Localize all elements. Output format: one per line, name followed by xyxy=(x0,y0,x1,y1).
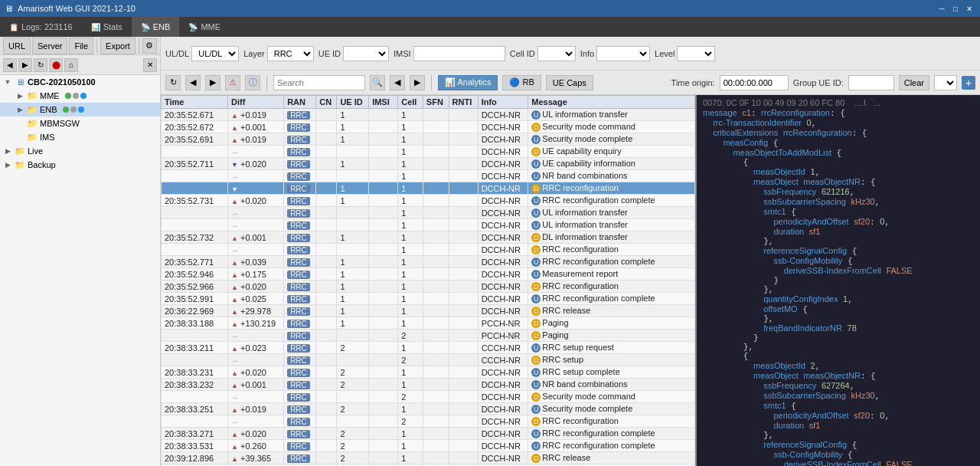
filter-bar2: ↻ ◀ ▶ ⚠ ⓘ 🔍 ◀ ▶ 📊 Analytics 🔵 RB UE Caps… xyxy=(161,71,980,95)
cell-diff: → xyxy=(228,391,284,403)
table-row[interactable]: 20:38:33.211 ▲ +0.023 RRC 2 1 CCCH-NR UR… xyxy=(162,342,695,354)
table-row[interactable]: 20:35:52.732 ▲ +0.001 RRC 1 1 DCCH-NR DD… xyxy=(162,231,695,244)
cell-msg: USecurity mode complete xyxy=(528,133,695,146)
nav-back-btn[interactable]: ◀ xyxy=(3,58,17,72)
table-row[interactable]: 20:35:52.991 ▲ +0.025 RRC 1 1 DCCH-NR UR… xyxy=(162,293,695,305)
minimize-btn[interactable]: ─ xyxy=(936,2,948,15)
tab-stats[interactable]: 📊 Stats xyxy=(82,17,132,37)
sidebar-close-btn[interactable]: ✕ xyxy=(143,58,157,72)
cell-ran: RRC xyxy=(284,170,316,182)
enb-status-gray xyxy=(70,107,77,113)
cell-sfn xyxy=(423,379,449,391)
tree-item-ims[interactable]: 📁 IMS xyxy=(0,130,160,144)
cell-time: 20:35:52.672 xyxy=(162,121,228,133)
cell-ueid: 1 xyxy=(337,109,369,121)
nav-forward-btn[interactable]: ▶ xyxy=(18,58,32,72)
table-row[interactable]: → RRC 1 DCCH-NR UNR band combinations xyxy=(162,170,695,182)
table-row[interactable]: → RRC 2 DCCH-NR DRRC reconfiguration xyxy=(162,415,695,428)
cell-rnti xyxy=(449,354,478,366)
tree-item-live[interactable]: ▶ 📁 Live xyxy=(0,144,160,158)
ue-id-select[interactable] xyxy=(343,46,389,61)
table-row[interactable]: 20:39:12.896 ▲ +39.365 RRC 2 1 DCCH-NR D… xyxy=(162,452,695,464)
cell-cn xyxy=(316,391,337,403)
table-row[interactable]: 20:35:52.672 ▲ +0.001 RRC 1 1 DCCH-NR DS… xyxy=(162,121,695,133)
time-origin-input[interactable] xyxy=(720,75,789,90)
export-button[interactable]: Export xyxy=(100,38,136,54)
warning-icon[interactable]: ⚠ xyxy=(225,75,240,90)
table-row[interactable]: → RRC 2 PCCH-NR DPaging xyxy=(162,330,695,342)
cell-cn xyxy=(316,415,337,428)
settings-icon[interactable]: ⚙ xyxy=(142,38,157,54)
table-row[interactable]: 20:35:52.966 ▲ +0.020 RRC 1 1 DCCH-NR DR… xyxy=(162,281,695,293)
tab-enb[interactable]: 📡 ENB xyxy=(132,17,180,37)
tree-item-enb[interactable]: ▶ 📁 ENB xyxy=(0,103,160,116)
table-row[interactable]: 20:36:22.969 ▲ +29.978 RRC 1 1 DCCH-NR D… xyxy=(162,305,695,317)
refresh-icon[interactable]: ↻ xyxy=(165,75,181,90)
layer-select[interactable]: RRCMACPDCP xyxy=(267,46,314,61)
group-ue-input[interactable] xyxy=(848,75,894,90)
table-row[interactable]: 20:38:33.531 ▲ +0.260 RRC 2 1 DCCH-NR UR… xyxy=(162,440,695,452)
table-row[interactable]: 20:38:33.271 ▲ +0.020 RRC 2 1 DCCH-NR UR… xyxy=(162,428,695,440)
add-button[interactable]: + xyxy=(962,76,975,90)
cell-time: 20:35:52.671 xyxy=(162,109,228,121)
level-label: Level xyxy=(655,49,675,58)
table-row[interactable]: → RRC 1 DCCH-NR UUL information transfer xyxy=(162,207,695,219)
table-row[interactable]: → RRC 1 DCCH-NR DRRC reconfiguration xyxy=(162,244,695,256)
tree-item-mbmsgw[interactable]: 📁 MBMSGW xyxy=(0,116,160,130)
clear-select[interactable] xyxy=(934,75,957,90)
table-row[interactable]: 20:38:33.251 ▲ +0.019 RRC 2 1 DCCH-NR US… xyxy=(162,403,695,415)
imsi-input[interactable] xyxy=(413,46,505,61)
info-icon[interactable]: ⓘ xyxy=(245,75,260,90)
info-select[interactable] xyxy=(596,46,650,61)
table-row[interactable]: → RRC 1 DCCH-NR UUL information transfer xyxy=(162,219,695,231)
nav-home-btn[interactable]: ⌂ xyxy=(64,58,78,72)
prev-icon[interactable]: ◀ xyxy=(185,75,201,90)
cell-diff: ▲ +29.978 xyxy=(228,305,284,317)
cell-id-select[interactable] xyxy=(537,46,576,61)
search-icon[interactable]: 🔍 xyxy=(370,75,385,90)
table-row[interactable]: 20:38:33.188 ▲ +130.219 RRC 1 1 PCCH-NR … xyxy=(162,317,695,330)
analytics-button[interactable]: 📊 Analytics xyxy=(438,75,498,90)
ul-dl-select[interactable]: UL/DLULDL xyxy=(191,46,239,61)
cell-cn xyxy=(316,428,337,440)
ue-caps-button[interactable]: UE Caps xyxy=(546,75,593,90)
rb-button[interactable]: 🔵 RB xyxy=(502,75,541,90)
search-prev-icon[interactable]: ◀ xyxy=(390,75,405,90)
table-row[interactable]: 20:35:52.671 ▲ +0.019 RRC 1 1 DCCH-NR UU… xyxy=(162,109,695,121)
nav-refresh-btn[interactable]: ↻ xyxy=(34,58,47,72)
tab-mme[interactable]: 📡 MME xyxy=(179,17,230,37)
table-row[interactable]: → RRC 2 DCCH-NR DSecurity mode command xyxy=(162,391,695,403)
nav-stop-btn[interactable]: ⬤ xyxy=(49,58,63,72)
level-select[interactable] xyxy=(677,46,715,61)
table-row[interactable]: → RRC 1 DCCH-NR DUE capability enquiry xyxy=(162,146,695,158)
cell-sfn xyxy=(423,415,449,428)
cell-time: 20:35:52.711 xyxy=(162,158,228,170)
cell-sfn xyxy=(423,170,449,182)
table-row[interactable]: 20:38:33.232 ▲ +0.001 RRC 2 1 DCCH-NR UN… xyxy=(162,379,695,391)
table-row[interactable]: 20:35:52.771 ▲ +0.039 RRC 1 1 DCCH-NR UR… xyxy=(162,256,695,268)
tree-node-root[interactable]: ▼ 🖥 CBC-2021050100 xyxy=(0,75,160,89)
table-row[interactable]: 20:35:52.946 ▲ +0.175 RRC 1 1 DCCH-NR UM… xyxy=(162,268,695,281)
maximize-btn[interactable]: □ xyxy=(949,2,962,15)
file-button[interactable]: File xyxy=(69,38,93,54)
cell-ueid: 1 xyxy=(337,182,369,195)
tree-item-backup[interactable]: ▶ 📁 Backup xyxy=(0,158,160,172)
tab-logs[interactable]: 📋 Logs: 223116 xyxy=(0,17,82,37)
close-btn[interactable]: ✕ xyxy=(963,2,975,15)
cell-time: 20:38:33.271 xyxy=(162,428,228,440)
table-row[interactable]: ▼ RRC 1 1 DCCH-NR DRRC reconfiguration xyxy=(162,182,695,195)
tree-item-mme[interactable]: ▶ 📁 MME xyxy=(0,89,160,103)
next-icon[interactable]: ▶ xyxy=(205,75,220,90)
cell-diff: ▲ +0.020 xyxy=(228,428,284,440)
clear-button[interactable]: Clear xyxy=(899,75,929,90)
table-row[interactable]: 20:38:33.231 ▲ +0.020 RRC 2 1 DCCH-NR UR… xyxy=(162,366,695,379)
server-button[interactable]: Server xyxy=(32,38,67,54)
cell-ran: RRC xyxy=(284,195,316,207)
table-row[interactable]: 20:35:52.691 ▲ +0.019 RRC 1 1 DCCH-NR US… xyxy=(162,133,695,146)
search-input[interactable] xyxy=(273,75,365,90)
table-row[interactable]: → RRC 2 CCCH-NR DRRC setup xyxy=(162,354,695,366)
search-next-icon[interactable]: ▶ xyxy=(410,75,425,90)
table-row[interactable]: 20:35:52.711 ▼ +0.020 RRC 1 1 DCCH-NR UU… xyxy=(162,158,695,170)
table-row[interactable]: 20:35:52.731 ▲ +0.020 RRC 1 1 DCCH-NR UR… xyxy=(162,195,695,207)
url-button[interactable]: URL xyxy=(3,38,31,54)
